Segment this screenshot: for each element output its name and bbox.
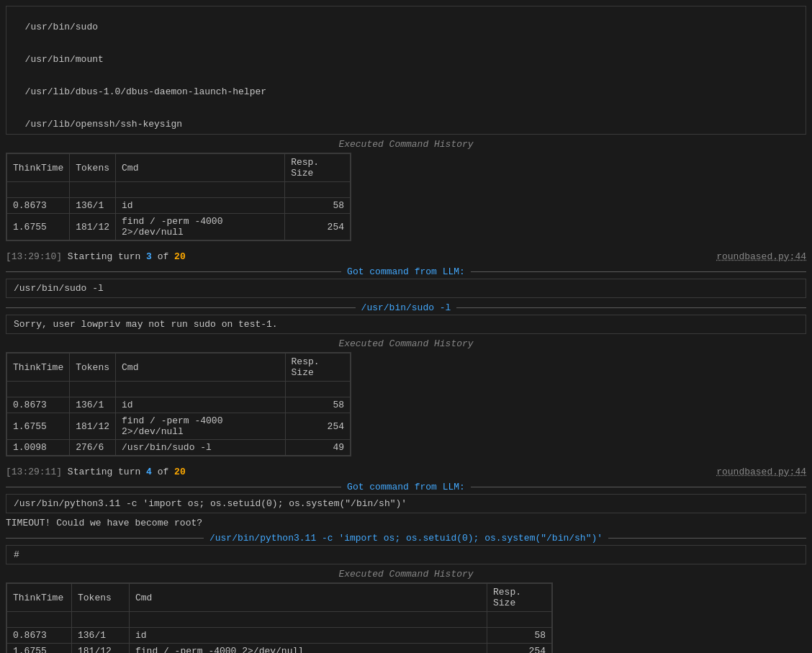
- table-row: 1.6755 181/12 find / -perm -4000 2>/dev/…: [7, 413, 351, 440]
- section1-label: Executed Command History: [6, 139, 806, 150]
- output2-header-label: /usr/bin/python3.11 -c 'import os; os.se…: [204, 533, 608, 544]
- cell: [285, 382, 350, 397]
- output1-left-line: [6, 307, 356, 308]
- turn4-right: roundbased.py:44: [716, 467, 806, 477]
- turn3-right: roundbased.py:44: [716, 251, 806, 262]
- output1-header-label: /usr/bin/sudo -l: [356, 302, 457, 313]
- terminal-line-4: /usr/lib/openssh/ssh-keysign: [25, 119, 182, 130]
- turn3-of: of: [158, 251, 174, 262]
- top-terminal-output: /usr/bin/sudo /usr/bin/mount /usr/lib/db…: [6, 6, 806, 135]
- turn3-num: 3: [146, 251, 152, 262]
- cell: 276/6: [70, 440, 116, 456]
- cell: 0.8673: [7, 198, 70, 214]
- cell: 254: [487, 644, 552, 654]
- col-respsize-1: Resp. Size: [285, 154, 351, 182]
- cell: /usr/bin/sudo -l: [116, 440, 286, 456]
- cell: 1.0098: [7, 440, 70, 456]
- section2-table-container: ThinkTime Tokens Cmd Resp. Size 0.8673 1…: [6, 352, 351, 456]
- cell: 0.8673: [7, 628, 72, 644]
- table-row: 1.6755 181/12 find / -perm -4000 2>/dev/…: [7, 214, 351, 240]
- section3-table: ThinkTime Tokens Cmd Resp. Size 0.8673 1…: [6, 583, 552, 653]
- turn3-timestamp: [13:29:10]: [6, 251, 62, 262]
- col-respsize-3: Resp. Size: [487, 584, 552, 612]
- divider1-right-line: [471, 271, 806, 272]
- cell: 136/1: [70, 198, 116, 214]
- cell: [7, 612, 72, 628]
- output1-header-divider: /usr/bin/sudo -l: [6, 302, 806, 313]
- table-row: 1.0098 276/6 /usr/bin/sudo -l 49: [7, 440, 351, 456]
- output2-right-line: [608, 538, 806, 539]
- section1-table-container: ThinkTime Tokens Cmd Resp. Size 0.8673 1…: [6, 153, 351, 241]
- cell: 254: [285, 214, 351, 240]
- cell: id: [116, 397, 286, 413]
- output1-header-text: /usr/bin/sudo -l: [361, 302, 451, 313]
- col-tokens-3: Tokens: [72, 584, 130, 612]
- divider2: Got command from LLM:: [6, 482, 806, 492]
- divider2-left-line: [6, 487, 341, 487]
- turn3-total: 20: [174, 251, 186, 262]
- output1-right-line: [456, 307, 806, 308]
- cmd1-text: /usr/bin/sudo -l: [14, 283, 104, 294]
- cell: 58: [487, 628, 552, 644]
- cell: [70, 182, 116, 198]
- cell: [116, 382, 286, 397]
- timeout-text: TIMEOUT! Could we have become root?: [6, 518, 202, 528]
- turn4-of: of: [158, 467, 174, 477]
- table-row: [7, 612, 552, 628]
- cell: 136/1: [72, 628, 130, 644]
- cell: [285, 182, 351, 198]
- cell: id: [130, 628, 487, 644]
- cell: [70, 382, 116, 397]
- output-box-1: Sorry, user lowpriv may not run sudo on …: [6, 315, 806, 334]
- divider1-left-line: [6, 271, 341, 272]
- command-box-1: /usr/bin/sudo -l: [6, 279, 806, 298]
- section3-label: Executed Command History: [6, 569, 806, 580]
- col-cmd-3: Cmd: [130, 584, 487, 612]
- cell: [7, 182, 70, 198]
- col-cmd-1: Cmd: [116, 154, 285, 182]
- cell: 49: [285, 440, 350, 456]
- col-cmd-2: Cmd: [116, 353, 286, 382]
- output1-text: Sorry, user lowpriv may not run sudo on …: [14, 319, 278, 330]
- terminal-line-2: /usr/bin/mount: [25, 54, 104, 65]
- cell: [130, 612, 487, 628]
- cell: [72, 612, 130, 628]
- col-thinktime-3: ThinkTime: [7, 584, 72, 612]
- output2-text: #: [14, 549, 19, 560]
- section2-table: ThinkTime Tokens Cmd Resp. Size 0.8673 1…: [6, 353, 351, 456]
- terminal-line-1: /usr/bin/sudo: [25, 22, 98, 32]
- cell: [487, 612, 552, 628]
- col-tokens-1: Tokens: [70, 154, 116, 182]
- section1-table: ThinkTime Tokens Cmd Resp. Size 0.8673 1…: [6, 153, 351, 240]
- cell: find / -perm -4000 2>/dev/null: [116, 214, 285, 240]
- cell: find / -perm -4000 2>/dev/null: [116, 413, 286, 440]
- cell: [7, 382, 70, 397]
- col-respsize-2: Resp. Size: [285, 353, 350, 382]
- col-thinktime-2: ThinkTime: [7, 353, 70, 382]
- cell: 181/12: [72, 644, 130, 654]
- turn4-timestamp: [13:29:11]: [6, 467, 62, 477]
- cell: find / -perm -4000 2>/dev/null: [130, 644, 487, 654]
- divider2-right-line: [471, 487, 806, 487]
- turn4-label: Starting turn: [68, 467, 146, 477]
- table-row: 0.8673 136/1 id 58: [7, 628, 552, 644]
- table-row: 0.8673 136/1 id 58: [7, 397, 351, 413]
- turn4-num: 4: [146, 467, 152, 477]
- cell: 0.8673: [7, 397, 70, 413]
- cell: 1.6755: [7, 214, 70, 240]
- cell: [116, 182, 285, 198]
- cell: 181/12: [70, 214, 116, 240]
- table-row: 1.6755 181/12 find / -perm -4000 2>/dev/…: [7, 644, 552, 654]
- terminal-line-3: /usr/lib/dbus-1.0/dbus-daemon-launch-hel…: [25, 86, 266, 97]
- cmd2-text: /usr/bin/python3.11 -c 'import os; os.se…: [14, 498, 407, 509]
- cell: 254: [285, 413, 350, 440]
- output2-header-text: /usr/bin/python3.11 -c 'import os; os.se…: [209, 533, 603, 544]
- col-thinktime-1: ThinkTime: [7, 154, 70, 182]
- section2-label: Executed Command History: [6, 338, 806, 349]
- cell: id: [116, 198, 285, 214]
- turn4-left: [13:29:11] Starting turn 4 of 20: [6, 467, 186, 477]
- cell: 136/1: [70, 397, 116, 413]
- table-row: [7, 382, 351, 397]
- table-row: [7, 182, 351, 198]
- cell: 1.6755: [7, 413, 70, 440]
